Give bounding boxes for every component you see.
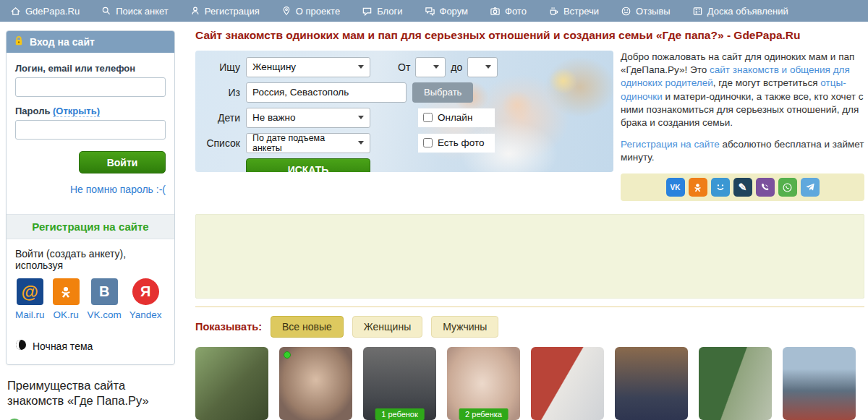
children-select[interactable]: Не важно [246, 108, 370, 128]
nav-registration[interactable]: Регистрация [190, 6, 260, 17]
welcome-paragraph: Добро пожаловать на сайт для одиноких ма… [621, 51, 864, 130]
has-photo-checkbox-chip[interactable]: Есть фото [418, 134, 495, 153]
nav-reviews[interactable]: Отзывы [621, 6, 671, 17]
list-order-select[interactable]: По дате подъема анкеты [246, 133, 370, 153]
profile-card: 2 ребенка Алешан, 44 года Йошкар-Ола [447, 347, 520, 420]
provider-yandex[interactable]: Я Yandex [129, 278, 162, 320]
moimir-icon[interactable] [711, 178, 730, 197]
nav-about[interactable]: О проекте [281, 6, 340, 17]
page-title: Сайт знакомств одиноких мам и пап для се… [195, 29, 864, 43]
login-panel-title: Вход на сайт [30, 36, 95, 48]
nav-home[interactable]: GdePapa.Ru [10, 6, 80, 17]
profile-card: 1 ребенок Дмитрий Подобед, 36 лет Тихвин [363, 347, 436, 420]
registration-paragraph: Регистрация на сайте абсолютно бесплатна… [621, 138, 864, 165]
provider-mailru[interactable]: @ Mail.ru [15, 278, 45, 320]
registration-link[interactable]: Регистрация на сайте [7, 214, 174, 239]
children-badge: 1 ребенок [375, 408, 425, 420]
choose-location-button[interactable]: Выбрать [412, 82, 473, 103]
chevron-down-icon [358, 65, 364, 69]
page: GdePapa.Ru Поиск анкет Регистрация О про… [0, 0, 868, 420]
login-label: Логин, email или телефон [15, 63, 166, 74]
person-icon [190, 6, 200, 16]
location-label: Из [195, 87, 240, 98]
age-from-label: От [398, 61, 410, 73]
filter-all-new[interactable]: Все новые [271, 316, 344, 338]
has-photo-checkbox[interactable] [423, 138, 433, 147]
online-checkbox-chip[interactable]: Онлайн [418, 108, 495, 127]
nav-label: О проекте [296, 6, 340, 17]
nav-board[interactable]: Доска объявлений [692, 6, 788, 17]
pin-icon [281, 6, 292, 16]
profile-photo[interactable]: 2 ребенка [447, 347, 520, 420]
password-input[interactable] [15, 120, 166, 140]
age-to-select[interactable] [467, 57, 498, 77]
nav-label: Доска объявлений [707, 6, 788, 17]
provider-okru[interactable]: OK.ru [53, 278, 80, 320]
vk-icon[interactable]: VK [666, 178, 685, 197]
age-from-select[interactable] [415, 57, 446, 77]
search-button[interactable]: ИСКАТЬ [246, 158, 370, 172]
profile-photo[interactable] [783, 347, 856, 420]
children-label: Дети [195, 112, 240, 124]
whatsapp-icon[interactable] [778, 178, 797, 197]
nav-search-profiles[interactable]: Поиск анкет [101, 6, 169, 17]
moon-icon [15, 339, 27, 353]
social-share-bar: VK ✎ [621, 173, 864, 201]
vk-icon: В [91, 278, 118, 305]
login-panel-header: Вход на сайт [7, 31, 174, 53]
lock-icon [14, 35, 24, 48]
chevron-down-icon [358, 141, 364, 145]
login-button[interactable]: Войти [79, 151, 166, 173]
profile-card: Ruslan, 30 лет Санкт-Петербург, Шушары [195, 347, 268, 420]
chevron-down-icon [485, 65, 491, 69]
advantages-section: Преимущества сайта знакомств «Где Папа.Р… [7, 378, 168, 420]
mailru-icon: @ [17, 278, 43, 305]
top-navigation: GdePapa.Ru Поиск анкет Регистрация О про… [0, 0, 868, 22]
forum-icon [425, 6, 435, 17]
login-input[interactable] [15, 77, 166, 97]
chevron-down-icon [358, 116, 364, 119]
profile-photo[interactable] [615, 347, 688, 420]
telegram-icon[interactable] [801, 178, 820, 197]
seeking-select[interactable]: Женщину [246, 57, 370, 77]
location-input[interactable] [246, 82, 407, 103]
viber-icon[interactable] [756, 178, 775, 197]
night-theme-toggle[interactable]: Ночная тема [7, 329, 174, 364]
yandex-icon: Я [132, 278, 159, 305]
profile-photo[interactable] [531, 347, 604, 420]
nav-label: Поиск анкет [116, 6, 169, 17]
nav-blogs[interactable]: Блоги [362, 6, 402, 17]
board-icon [692, 6, 703, 17]
welcome-block: Добро пожаловать на сайт для одиноких ма… [621, 51, 864, 202]
filter-bar: Показывать: Все новые Женщины Мужчины [195, 316, 864, 338]
online-checkbox[interactable] [423, 113, 433, 122]
login-panel: Вход на сайт Логин, email или телефон Па… [6, 30, 175, 365]
nav-meetings[interactable]: Встречи [548, 6, 599, 17]
nav-photo[interactable]: Фото [490, 6, 527, 17]
profile-photo[interactable]: 1 ребенок [363, 347, 436, 420]
show-password-link[interactable]: (Открыть) [53, 106, 100, 117]
filter-men[interactable]: Мужчины [431, 316, 498, 338]
profile-photo[interactable] [279, 347, 352, 420]
nav-forum[interactable]: Форум [425, 6, 469, 17]
odnoklassniki-icon[interactable] [689, 178, 707, 197]
online-indicator [284, 351, 291, 359]
nav-label: Фото [505, 6, 527, 17]
livejournal-icon[interactable]: ✎ [733, 178, 752, 197]
nav-label: Отзывы [636, 6, 671, 17]
divider [195, 307, 864, 307]
forgot-password-link[interactable]: Не помню пароль :-( [15, 184, 166, 195]
children-badge: 2 ребенка [459, 408, 509, 420]
home-icon [10, 6, 21, 17]
advantages-heading: Преимущества сайта знакомств «Где Папа.Р… [7, 378, 168, 408]
profile-photo[interactable] [699, 347, 772, 420]
age-to-label: до [451, 61, 462, 73]
registration-link[interactable]: Регистрация на сайте [621, 139, 720, 150]
profile-photo[interactable] [195, 347, 268, 420]
profile-card: Галина, 58 лет Санкт-Петербург [783, 347, 856, 420]
ad-banner [195, 214, 864, 299]
blog-icon [362, 6, 373, 17]
filter-women[interactable]: Женщины [352, 316, 422, 338]
social-login-intro: Войти (создать анкету), используя [15, 248, 166, 271]
provider-vk[interactable]: В VK.com [88, 278, 122, 320]
